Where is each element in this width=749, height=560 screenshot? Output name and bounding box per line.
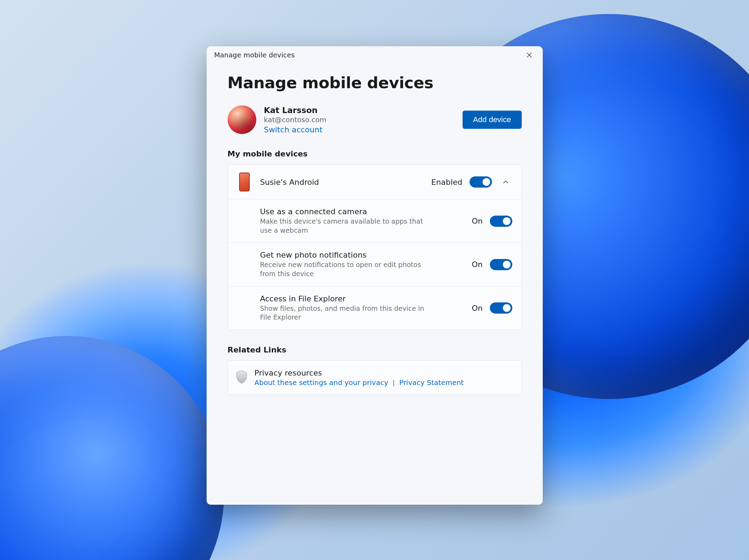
setting-description: Receive new notifications to open or edi…: [260, 260, 425, 278]
privacy-title: Privacy resources: [255, 369, 464, 377]
setting-description: Make this device's camera available to a…: [260, 217, 425, 235]
file-explorer-toggle[interactable]: [490, 302, 512, 314]
privacy-row: Privacy resources About these settings a…: [228, 361, 521, 394]
setting-row-file-explorer: Access in File Explorer Show files, phot…: [228, 286, 521, 329]
device-header-row[interactable]: Susie's Android Enabled: [228, 165, 521, 199]
collapse-button[interactable]: [499, 178, 512, 186]
setting-title: Use as a connected camera: [260, 207, 465, 216]
setting-title: Get new photo notifications: [260, 251, 465, 259]
switch-account-link[interactable]: Switch account: [264, 125, 327, 134]
device-name: Susie's Android: [260, 177, 424, 186]
setting-status-label: On: [472, 304, 483, 313]
page-title: Manage mobile devices: [228, 74, 522, 92]
account-row: Kat Larsson kat@contoso.com Switch accou…: [228, 105, 522, 134]
window-title: Manage mobile devices: [214, 51, 295, 59]
privacy-statement-link[interactable]: Privacy Statement: [399, 378, 464, 387]
account-email: kat@contoso.com: [264, 115, 327, 124]
add-device-button[interactable]: Add device: [463, 111, 522, 129]
account-name: Kat Larsson: [264, 105, 327, 114]
content-area: Manage mobile devices Kat Larsson kat@co…: [207, 64, 543, 505]
device-status-label: Enabled: [431, 177, 463, 186]
avatar: [228, 105, 256, 134]
setting-status-label: On: [472, 217, 483, 225]
setting-description: Show files, photos, and media from this …: [260, 304, 425, 322]
close-icon: [526, 52, 532, 58]
privacy-card: Privacy resources About these settings a…: [228, 360, 522, 395]
device-enabled-toggle[interactable]: [470, 176, 492, 188]
titlebar: Manage mobile devices: [207, 46, 543, 64]
related-links-heading: Related Links: [228, 345, 522, 354]
close-button[interactable]: [519, 46, 540, 64]
about-privacy-link[interactable]: About these settings and your privacy: [255, 378, 388, 387]
link-separator: |: [393, 378, 395, 387]
account-info: Kat Larsson kat@contoso.com Switch accou…: [264, 105, 327, 134]
account-left: Kat Larsson kat@contoso.com Switch accou…: [228, 105, 327, 134]
settings-window: Manage mobile devices Manage mobile devi…: [207, 46, 543, 505]
setting-row-camera: Use as a connected camera Make this devi…: [228, 199, 521, 243]
camera-toggle[interactable]: [490, 216, 512, 227]
setting-title: Access in File Explorer: [260, 294, 465, 303]
privacy-links: About these settings and your privacy | …: [255, 378, 464, 387]
setting-status-label: On: [472, 260, 483, 269]
chevron-up-icon: [502, 178, 509, 186]
photo-notifications-toggle[interactable]: [490, 259, 512, 270]
settinget-row-photo-notifications: Get new photo notifications Receive new …: [228, 243, 521, 286]
shield-icon: [236, 370, 248, 384]
my-devices-heading: My mobile devices: [228, 149, 522, 158]
device-card: Susie's Android Enabled Use as a connect…: [228, 164, 522, 330]
phone-icon: [239, 173, 250, 191]
related-links-section: Related Links: [228, 345, 522, 395]
